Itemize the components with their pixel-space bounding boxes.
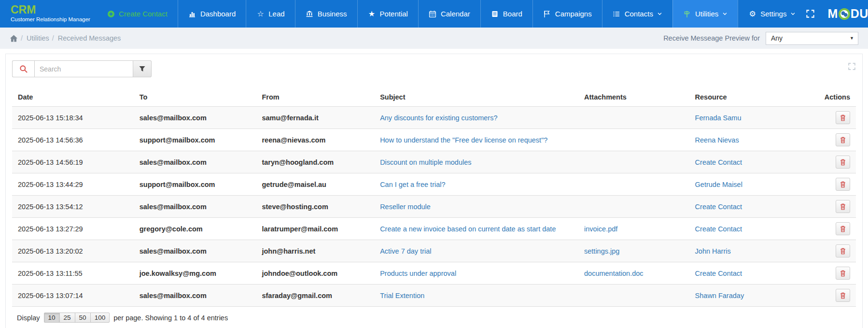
cell-from: laratrumper@mail.com [256, 218, 374, 240]
chevron-down-icon [722, 11, 728, 16]
trash-icon [840, 159, 846, 166]
nav-item-lead[interactable]: ☆ Lead [246, 0, 294, 28]
attachment-link[interactable]: settings.jpg [584, 247, 619, 255]
attachment-link[interactable]: documentation.doc [584, 270, 644, 277]
resource-link[interactable]: Getrude Maisel [695, 181, 742, 188]
attachment-link[interactable]: invoice.pdf [584, 225, 617, 233]
cell-actions [813, 107, 856, 129]
nav-item-utilities[interactable]: Utilities [672, 0, 738, 28]
delete-button[interactable] [836, 244, 850, 257]
resource-link[interactable]: Reena Nievas [695, 136, 739, 144]
subject-link[interactable]: Discount on multiple modules [380, 158, 471, 166]
preview-filter-label: Receive Messeage Preview for [663, 34, 760, 42]
board-icon [491, 10, 499, 18]
cell-to: sales@mailbox.com [134, 196, 256, 218]
nav-item-contacts[interactable]: Contacts [602, 0, 672, 28]
cell-resource: Shawn Faraday [689, 285, 813, 307]
nav-item-create-contact[interactable]: Create Contact [97, 0, 178, 28]
bank-icon [306, 10, 314, 18]
col-header-resource: Resource [689, 88, 813, 107]
subject-link[interactable]: Reseller module [380, 203, 431, 211]
subject-link[interactable]: Trial Extention [380, 292, 424, 299]
panel-expand-icon[interactable] [848, 60, 856, 71]
delete-button[interactable] [836, 156, 850, 169]
subject-link[interactable]: Products under approval [380, 270, 456, 277]
cell-from: johndoe@outlook.com [256, 262, 374, 285]
resource-link[interactable]: Fernada Samu [695, 114, 742, 122]
resource-link[interactable]: Create Contact [695, 270, 742, 277]
subject-link[interactable]: How to understand the "Free dev license … [380, 136, 547, 144]
cell-date: 2025-06-13 14:56:36 [12, 129, 134, 151]
cell-from: steve@hosting.com [256, 196, 374, 218]
subject-link[interactable]: Any discounts for existing customers? [380, 114, 497, 122]
subject-link[interactable]: Can I get a free trial? [380, 181, 445, 188]
resource-link[interactable]: Create Contact [695, 158, 742, 166]
nav-item-calendar[interactable]: Calendar [418, 0, 480, 28]
cell-actions [813, 173, 856, 196]
display-label: Display [17, 314, 40, 322]
per-page-25-button[interactable]: 25 [59, 313, 75, 323]
cell-actions [813, 218, 856, 240]
cell-to: sales@mailbox.com [134, 240, 256, 262]
delete-button[interactable] [836, 178, 850, 191]
cell-to: sales@mailbox.com [134, 285, 256, 307]
delete-button[interactable] [836, 200, 850, 213]
preview-filter-select[interactable]: Any [766, 32, 858, 45]
per-page-10-button[interactable]: 10 [44, 313, 60, 323]
app-brand: CRM Customer Relationship Manager [0, 0, 97, 28]
per-page-group: 102550100 [44, 313, 110, 323]
per-page-50-button[interactable]: 50 [75, 313, 91, 323]
delete-button[interactable] [836, 111, 850, 124]
logo-part2: DULES [851, 7, 868, 21]
delete-button[interactable] [836, 133, 850, 146]
cell-date: 2025-06-13 13:20:02 [12, 240, 134, 262]
delete-button[interactable] [836, 222, 850, 235]
table-footer: Display 102550100 per page. Showing 1 to… [12, 306, 856, 327]
resource-link[interactable]: John Harris [695, 247, 731, 255]
chevron-down-icon [790, 11, 796, 16]
plus-circle-icon [107, 10, 115, 18]
search-group [12, 60, 152, 77]
nav-item-board[interactable]: Board [480, 0, 532, 28]
per-page-100-button[interactable]: 100 [90, 313, 110, 323]
search-input[interactable] [34, 60, 133, 77]
cell-resource: John Harris [689, 240, 813, 262]
delete-button[interactable] [836, 267, 850, 280]
fullscreen-icon[interactable] [806, 9, 815, 18]
cell-date: 2025-06-13 13:44:29 [12, 173, 134, 196]
table-row: 2025-06-13 13:44:29 support@mailbox.com … [12, 173, 856, 196]
home-icon[interactable] [10, 34, 18, 43]
cell-attachment: documentation.doc [578, 262, 689, 285]
trash-icon [840, 226, 846, 232]
delete-button[interactable] [836, 289, 850, 302]
received-messages-panel: Date To From Subject Attachments Resourc… [5, 54, 863, 328]
top-navbar: CRM Customer Relationship Manager Create… [0, 0, 868, 28]
nav-item-settings[interactable]: ⚙ Settings [738, 0, 806, 28]
cell-attachment [578, 173, 689, 196]
cell-resource: Reena Nievas [689, 129, 813, 151]
cell-actions [813, 129, 856, 151]
resource-link[interactable]: Create Contact [695, 225, 742, 233]
nav-item-business[interactable]: Business [295, 0, 357, 28]
subject-link[interactable]: Create a new invoice based on current da… [380, 225, 556, 233]
modulesgarden-logo[interactable]: MDULESGarden [827, 7, 868, 21]
table-header-row: Date To From Subject Attachments Resourc… [12, 88, 856, 107]
cell-resource: Getrude Maisel [689, 173, 813, 196]
subject-link[interactable]: Active 7 day trial [380, 247, 431, 255]
nav-item-potential[interactable]: ★ Potential [357, 0, 418, 28]
cell-resource: Create Contact [689, 262, 813, 285]
cell-to: sales@mailbox.com [134, 107, 256, 129]
resource-link[interactable]: Shawn Faraday [695, 292, 744, 299]
resource-link[interactable]: Create Contact [695, 203, 742, 211]
table-row: 2025-06-13 13:11:55 joe.kowalksy@mg.com … [12, 262, 856, 285]
breadcrumb-utilities[interactable]: Utilities [21, 34, 49, 42]
cell-from: getrude@maisel.au [256, 173, 374, 196]
star-outline-icon: ☆ [256, 10, 265, 18]
nav-item-dashboard[interactable]: Dashboard [178, 0, 246, 28]
cell-to: support@mailbox.com [134, 129, 256, 151]
filter-button[interactable] [133, 60, 152, 77]
footer-summary: per page. Showing 1 to 4 of 4 entries [113, 314, 228, 322]
cell-resource: Create Contact [689, 196, 813, 218]
cell-subject: Active 7 day trial [374, 240, 578, 262]
nav-item-campaigns[interactable]: Campaigns [532, 0, 602, 28]
